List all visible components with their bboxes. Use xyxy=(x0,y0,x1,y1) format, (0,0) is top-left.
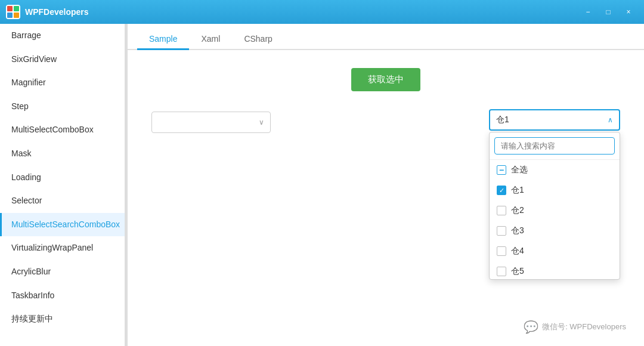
watermark-icon: 💬 xyxy=(524,320,538,334)
minimize-button[interactable]: − xyxy=(578,4,597,20)
sidebar-item-mask[interactable]: Mask xyxy=(0,142,125,166)
checkbox-cang5 xyxy=(497,267,506,276)
svg-rect-2 xyxy=(14,6,19,11)
dropdown-item-cang2[interactable]: 仓2 xyxy=(490,200,620,221)
checkbox-cang1: ✓ xyxy=(497,186,506,195)
dropdown-panel: −全选✓仓1仓2仓3仓4仓5仓6 xyxy=(489,132,620,280)
dropdown-item-all[interactable]: −全选 xyxy=(490,160,620,180)
simple-combobox[interactable]: ∨ xyxy=(151,112,271,133)
sidebar-item-acrylicblur[interactable]: AcrylicBlur xyxy=(0,260,125,284)
dropdown-item-label-cang5: 仓5 xyxy=(511,266,524,277)
sidebar-item-updating[interactable]: 持续更新中 xyxy=(0,307,125,331)
watermark-text: 微信号: WPFDevelopers xyxy=(542,322,626,332)
dropdown-item-label-cang3: 仓3 xyxy=(511,225,524,236)
dropdown-search-container xyxy=(490,132,620,160)
checkbox-cang2 xyxy=(497,206,506,215)
sidebar-item-step[interactable]: Step xyxy=(0,95,125,119)
multi-select-arrow: ∧ xyxy=(608,116,613,124)
dropdown-item-cang1[interactable]: ✓仓1 xyxy=(490,180,620,200)
content-area: SampleXamlCSharp 获取选中 ∨ 仓1 ∧ xyxy=(128,24,644,346)
dropdown-search-input[interactable] xyxy=(494,137,615,155)
tab-csharp[interactable]: CSharp xyxy=(232,29,284,50)
checkbox-cang3 xyxy=(497,226,506,236)
sidebar-item-sixgridview[interactable]: SixGridView xyxy=(0,48,125,72)
dropdown-list: −全选✓仓1仓2仓3仓4仓5仓6 xyxy=(490,160,620,279)
multi-select-combobox-wrapper: 仓1 ∧ −全选✓仓1仓2仓3仓4仓5仓6 xyxy=(489,109,620,131)
combo-row: ∨ 仓1 ∧ −全选✓仓1仓2仓3仓4仓5仓6 xyxy=(151,109,620,133)
sidebar-item-barrage[interactable]: Barrage xyxy=(0,24,125,48)
tab-sample[interactable]: Sample xyxy=(137,29,189,50)
dropdown-item-label-cang2: 仓2 xyxy=(511,205,524,216)
sidebar-item-multiselectsearchcombobox[interactable]: MultiSelectSearchComboBox xyxy=(0,213,125,237)
tabs-bar: SampleXamlCSharp xyxy=(128,24,644,50)
app-logo xyxy=(6,5,20,19)
sidebar: BarrageSixGridViewMagnifierStepMultiSele… xyxy=(0,24,125,346)
multi-select-selected-text: 仓1 xyxy=(496,115,509,125)
dropdown-item-cang5[interactable]: 仓5 xyxy=(490,261,620,279)
tab-xaml[interactable]: Xaml xyxy=(189,29,232,50)
dropdown-item-label-all: 全选 xyxy=(511,165,528,175)
simple-combobox-arrow: ∨ xyxy=(259,118,264,126)
sidebar-item-virtualizingwrappanel[interactable]: VirtualizingWrapPanel xyxy=(0,236,125,260)
dropdown-item-cang3[interactable]: 仓3 xyxy=(490,221,620,241)
sidebar-item-magnifier[interactable]: Magnifier xyxy=(0,71,125,95)
multi-select-combobox-header[interactable]: 仓1 ∧ xyxy=(489,109,620,131)
main-layout: BarrageSixGridViewMagnifierStepMultiSele… xyxy=(0,24,644,346)
svg-rect-3 xyxy=(7,13,13,18)
checkbox-all: − xyxy=(497,165,506,175)
dropdown-item-cang4[interactable]: 仓4 xyxy=(490,241,620,261)
sidebar-item-loading[interactable]: Loading xyxy=(0,166,125,190)
app-title: WPFDevelopers xyxy=(25,7,578,17)
window-controls: − □ × xyxy=(578,4,638,20)
get-selection-button[interactable]: 获取选中 xyxy=(351,68,420,91)
sidebar-item-multiselectcombobox[interactable]: MultiSelectComboBox xyxy=(0,118,125,142)
sample-content: 获取选中 ∨ 仓1 ∧ xyxy=(128,50,644,346)
watermark: 💬 微信号: WPFDevelopers xyxy=(524,320,626,334)
sidebar-item-taskbarinfo[interactable]: TaskbarInfo xyxy=(0,284,125,308)
dropdown-item-label-cang4: 仓4 xyxy=(511,246,524,257)
svg-rect-1 xyxy=(7,6,13,11)
svg-rect-4 xyxy=(14,13,19,18)
checkbox-cang4 xyxy=(497,246,506,256)
maximize-button[interactable]: □ xyxy=(599,4,618,20)
dropdown-item-label-cang1: 仓1 xyxy=(511,185,524,196)
sidebar-item-selector[interactable]: Selector xyxy=(0,189,125,213)
titlebar: WPFDevelopers − □ × xyxy=(0,0,644,24)
close-button[interactable]: × xyxy=(619,4,638,20)
